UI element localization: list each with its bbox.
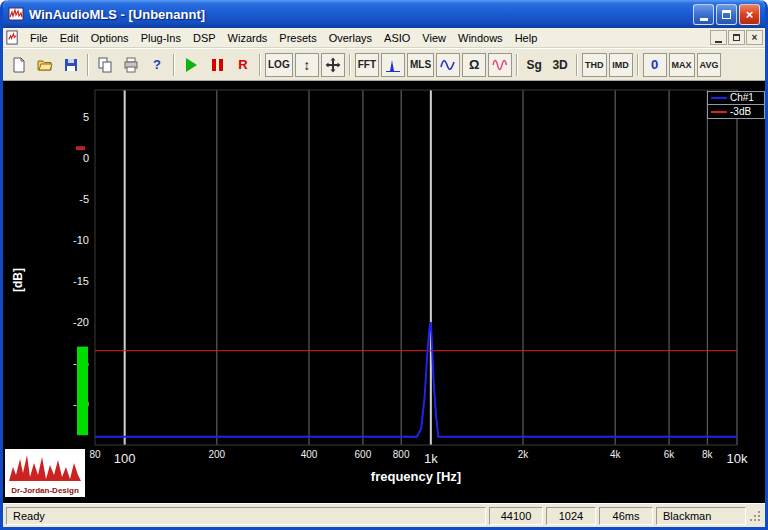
spectrum-peak-icon bbox=[385, 57, 401, 73]
svg-text:80: 80 bbox=[89, 449, 101, 460]
legend-swatch-3db bbox=[711, 111, 727, 113]
menu-wizards[interactable]: Wizards bbox=[222, 30, 274, 46]
avg-label: AVG bbox=[700, 60, 719, 70]
svg-text:10k: 10k bbox=[727, 451, 748, 466]
toolbar-separator bbox=[516, 54, 518, 76]
status-message: Ready bbox=[6, 507, 486, 525]
open-folder-icon bbox=[37, 57, 53, 73]
pause-button[interactable] bbox=[205, 53, 229, 77]
status-time: 46ms bbox=[599, 507, 653, 525]
menu-help[interactable]: Help bbox=[509, 30, 544, 46]
menu-windows[interactable]: Windows bbox=[452, 30, 509, 46]
thd-button[interactable]: THD bbox=[582, 53, 607, 77]
waveform-button[interactable] bbox=[436, 53, 460, 77]
vendor-logo-text: Dr-Jordan-Design bbox=[11, 486, 79, 495]
resize-grip[interactable] bbox=[749, 508, 763, 524]
svg-text:600: 600 bbox=[355, 449, 372, 460]
imd-button[interactable]: IMD bbox=[609, 53, 633, 77]
svg-text:6k: 6k bbox=[664, 449, 676, 460]
log-label: LOG bbox=[268, 59, 290, 70]
y-axis-label: [dB] bbox=[11, 260, 25, 300]
close-button[interactable]: × bbox=[739, 4, 760, 25]
menu-dsp[interactable]: DSP bbox=[187, 30, 222, 46]
document-icon[interactable] bbox=[5, 30, 21, 46]
status-fft-size: 1024 bbox=[546, 507, 596, 525]
mdi-restore-icon bbox=[733, 34, 740, 41]
vertical-zoom-button[interactable]: ↕ bbox=[295, 53, 319, 77]
omega-icon: Ω bbox=[469, 57, 479, 72]
copy-button[interactable] bbox=[93, 53, 117, 77]
sweep-button[interactable] bbox=[488, 53, 512, 77]
svg-text:800: 800 bbox=[393, 449, 410, 460]
3d-label: 3D bbox=[552, 58, 567, 72]
menu-plugins[interactable]: Plug-Ins bbox=[135, 30, 187, 46]
sg-label: Sg bbox=[526, 58, 541, 72]
up-down-arrow-icon: ↕ bbox=[303, 57, 310, 73]
mdi-minimize-button[interactable] bbox=[710, 30, 727, 45]
svg-text:1k: 1k bbox=[424, 451, 438, 466]
pan-move-button[interactable] bbox=[321, 53, 345, 77]
save-floppy-icon bbox=[63, 57, 79, 73]
menu-asio[interactable]: ASIO bbox=[378, 30, 416, 46]
signal-generator-button[interactable]: Sg bbox=[522, 53, 546, 77]
toolbar-separator bbox=[637, 54, 639, 76]
window-title: WinAudioMLS - [Unbenannt] bbox=[29, 7, 691, 22]
fft-label: FFT bbox=[358, 59, 376, 70]
toolbar-separator bbox=[173, 54, 175, 76]
3d-view-button[interactable]: 3D bbox=[548, 53, 572, 77]
play-button[interactable] bbox=[179, 53, 203, 77]
spectrum-button[interactable] bbox=[381, 53, 405, 77]
print-button[interactable] bbox=[119, 53, 143, 77]
legend-swatch-ch1 bbox=[711, 97, 727, 99]
r-label: R bbox=[238, 57, 247, 72]
maximize-button[interactable] bbox=[716, 4, 737, 25]
mdi-close-button[interactable]: × bbox=[746, 30, 763, 45]
menu-view[interactable]: View bbox=[416, 30, 452, 46]
svg-text:-15: -15 bbox=[73, 275, 89, 287]
menu-presets[interactable]: Presets bbox=[273, 30, 322, 46]
impedance-button[interactable]: Ω bbox=[462, 53, 486, 77]
legend: Ch#1 -3dB bbox=[707, 91, 765, 119]
log-scale-button[interactable]: LOG bbox=[265, 53, 293, 77]
title-bar[interactable]: WinAudioMLS - [Unbenannt] × bbox=[3, 0, 765, 28]
legend-item-3db: -3dB bbox=[707, 105, 765, 119]
move-cross-icon bbox=[325, 57, 341, 73]
svg-text:-20: -20 bbox=[73, 316, 89, 328]
menu-edit[interactable]: Edit bbox=[54, 30, 85, 46]
app-icon[interactable] bbox=[8, 6, 24, 22]
legend-label-3db: -3dB bbox=[730, 107, 751, 117]
mdi-minimize-icon bbox=[715, 41, 722, 43]
new-file-icon bbox=[11, 57, 27, 73]
record-reset-button[interactable]: R bbox=[231, 53, 255, 77]
vendor-logo: Dr-Jordan-Design bbox=[5, 449, 85, 497]
fft-button[interactable]: FFT bbox=[355, 53, 379, 77]
svg-text:-10: -10 bbox=[73, 234, 89, 246]
app-window: WinAudioMLS - [Unbenannt] × File Edit Op… bbox=[0, 0, 768, 530]
save-button[interactable] bbox=[59, 53, 83, 77]
svg-text:5: 5 bbox=[83, 111, 89, 123]
mls-button[interactable]: MLS bbox=[407, 53, 434, 77]
open-button[interactable] bbox=[33, 53, 57, 77]
menu-options[interactable]: Options bbox=[85, 30, 135, 46]
svg-text:0: 0 bbox=[83, 152, 89, 164]
toolbar: ? R LOG ↕ FFT MLS Ω bbox=[3, 48, 765, 81]
max-hold-button[interactable]: MAX bbox=[669, 53, 695, 77]
spectrum-chart[interactable]: 50-5-10-15-20-25-30801002004006008001k2k… bbox=[3, 81, 765, 503]
new-button[interactable] bbox=[7, 53, 31, 77]
legend-item-ch1: Ch#1 bbox=[707, 91, 765, 105]
help-button[interactable]: ? bbox=[145, 53, 169, 77]
sine-wave-icon bbox=[492, 57, 508, 73]
minimize-button[interactable] bbox=[693, 4, 714, 25]
help-icon: ? bbox=[153, 57, 161, 72]
zero-label: 0 bbox=[651, 57, 658, 72]
menu-file[interactable]: File bbox=[24, 30, 54, 46]
plot-area: 50-5-10-15-20-25-30801002004006008001k2k… bbox=[3, 81, 765, 503]
minimize-icon bbox=[700, 18, 708, 21]
menu-overlays[interactable]: Overlays bbox=[323, 30, 378, 46]
zero-button[interactable]: 0 bbox=[643, 53, 667, 77]
svg-text:4k: 4k bbox=[610, 449, 622, 460]
mdi-restore-button[interactable] bbox=[728, 30, 745, 45]
svg-text:100: 100 bbox=[114, 451, 136, 466]
svg-text:8k: 8k bbox=[702, 449, 714, 460]
average-button[interactable]: AVG bbox=[697, 53, 722, 77]
